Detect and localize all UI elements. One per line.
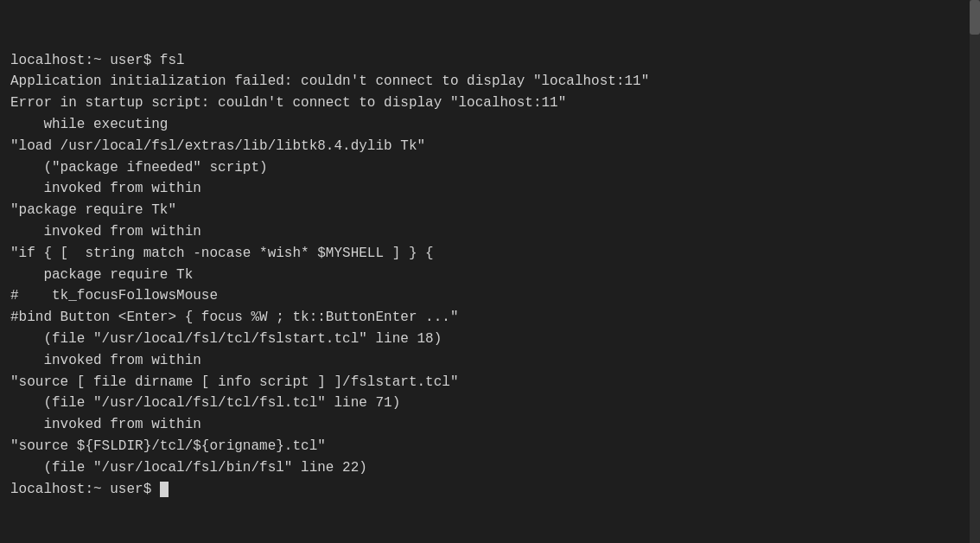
terminal-line: # tk_focusFollowsMouse [10, 285, 970, 307]
terminal-line: (file "/usr/local/fsl/tcl/fslstart.tcl" … [10, 329, 970, 350]
terminal-line: invoked from within [10, 178, 970, 200]
terminal-line: Application initialization failed: could… [10, 71, 970, 93]
terminal-line: invoked from within [10, 414, 970, 436]
terminal-line: "if { [ string match -nocase *wish* $MYS… [10, 243, 970, 265]
scrollbar[interactable] [970, 0, 980, 543]
scrollbar-thumb[interactable] [970, 0, 980, 35]
terminal-line: "source ${FSLDIR}/tcl/${origname}.tcl" [10, 436, 970, 457]
terminal-line: "load /usr/local/fsl/extras/lib/libtk8.4… [10, 136, 970, 157]
terminal-line: "package require Tk" [10, 200, 970, 221]
terminal-line: while executing [10, 114, 970, 136]
terminal-cursor [160, 482, 169, 497]
terminal-line: package require Tk [10, 265, 970, 286]
terminal-line: localhost:~ user$ fsl [10, 50, 970, 72]
terminal-line: (file "/usr/local/fsl/bin/fsl" line 22) [10, 457, 970, 479]
terminal-line: invoked from within [10, 221, 970, 243]
terminal-line: invoked from within [10, 350, 970, 372]
terminal-line: localhost:~ user$ [10, 479, 970, 501]
terminal-window[interactable]: localhost:~ user$ fslApplication initial… [0, 0, 980, 543]
terminal-line: "source [ file dirname [ info script ] ]… [10, 372, 970, 393]
terminal-line: #bind Button <Enter> { focus %W ; tk::Bu… [10, 307, 970, 329]
terminal-line: (file "/usr/local/fsl/tcl/fsl.tcl" line … [10, 393, 970, 414]
terminal-line: Error in startup script: couldn't connec… [10, 93, 970, 114]
terminal-output: localhost:~ user$ fslApplication initial… [10, 7, 970, 500]
terminal-line: ("package ifneeded" script) [10, 157, 970, 179]
